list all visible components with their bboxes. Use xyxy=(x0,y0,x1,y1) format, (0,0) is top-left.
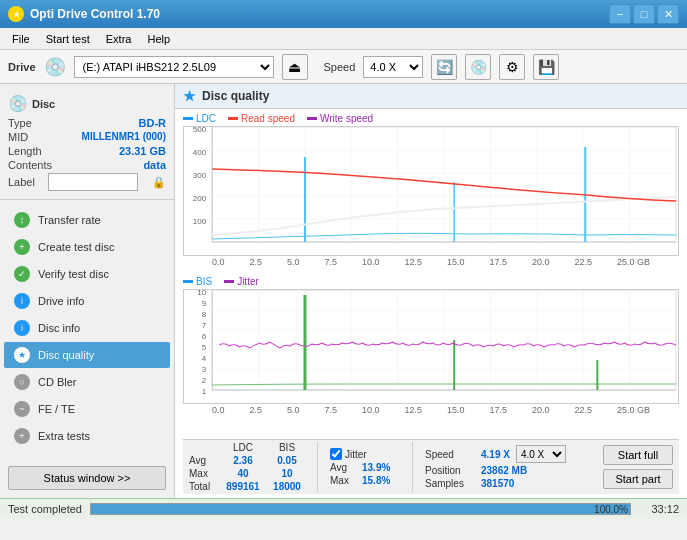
sidebar-item-fe-te[interactable]: ~ FE / TE xyxy=(4,396,170,422)
svg-text:200: 200 xyxy=(193,194,207,203)
menu-bar: File Start test Extra Help xyxy=(0,28,687,50)
stats-bar: LDC BIS Avg 2.36 0.05 Max 40 10 Total xyxy=(183,439,679,494)
svg-text:100: 100 xyxy=(193,217,207,226)
status-window-button[interactable]: Status window >> xyxy=(8,466,166,490)
speed-stat-value: 4.19 X xyxy=(481,449,510,460)
app-title: Opti Drive Control 1.70 xyxy=(30,7,160,21)
drive-select[interactable]: (E:) ATAPI iHBS212 2.5L09 xyxy=(74,56,274,78)
eject-icon-btn[interactable]: ⏏ xyxy=(282,54,308,80)
cd-bler-icon: ○ xyxy=(14,374,30,390)
disc-info-panel: 💿 Disc Type BD-R MID MILLENMR1 (000) Len… xyxy=(0,88,174,200)
avg-ldc-value: 2.36 xyxy=(221,455,265,466)
read-speed-legend-label: Read speed xyxy=(241,113,295,124)
menu-extra[interactable]: Extra xyxy=(98,31,140,47)
total-ldc-value: 899161 xyxy=(221,481,265,492)
jitter-checkbox[interactable] xyxy=(330,448,342,460)
sidebar-item-verify-test-disc[interactable]: ✓ Verify test disc xyxy=(4,261,170,287)
sidebar: 💿 Disc Type BD-R MID MILLENMR1 (000) Len… xyxy=(0,84,175,498)
length-label: Length xyxy=(8,145,42,157)
time-label: 33:12 xyxy=(639,503,679,515)
content-header-title: Disc quality xyxy=(202,89,269,103)
start-part-button[interactable]: Start part xyxy=(603,469,673,489)
contents-value: data xyxy=(143,159,166,171)
maximize-button[interactable]: □ xyxy=(633,4,655,24)
position-value: 23862 MB xyxy=(481,465,527,476)
status-text: Test completed xyxy=(8,503,82,515)
disc-section-icon: 💿 xyxy=(8,94,28,113)
sidebar-item-cd-bler[interactable]: ○ CD Bler xyxy=(4,369,170,395)
length-value: 23.31 GB xyxy=(119,145,166,157)
disc-info-icon: i xyxy=(14,320,30,336)
samples-label: Samples xyxy=(425,478,477,489)
sidebar-nav: ↕ Transfer rate + Create test disc ✓ Ver… xyxy=(0,204,174,462)
extra-tests-icon: + xyxy=(14,428,30,444)
svg-text:500: 500 xyxy=(193,127,207,134)
position-label: Position xyxy=(425,465,477,476)
minimize-button[interactable]: − xyxy=(609,4,631,24)
label-input[interactable] xyxy=(48,173,138,191)
speed-select-drive[interactable]: 1.0 X 2.0 X 4.0 X 8.0 X xyxy=(363,56,423,78)
jitter-max-label: Max xyxy=(330,475,358,486)
svg-text:2: 2 xyxy=(202,376,207,385)
mid-value: MILLENMR1 (000) xyxy=(82,131,166,143)
jitter-avg-value: 13.9% xyxy=(362,462,390,473)
menu-help[interactable]: Help xyxy=(139,31,178,47)
type-value: BD-R xyxy=(139,117,167,129)
sidebar-item-transfer-rate[interactable]: ↕ Transfer rate xyxy=(4,207,170,233)
sidebar-item-create-test-disc[interactable]: + Create test disc xyxy=(4,234,170,260)
menu-file[interactable]: File xyxy=(4,31,38,47)
jitter-stat-label: Jitter xyxy=(345,449,367,460)
content-header: ★ Disc quality xyxy=(175,84,687,109)
sidebar-item-drive-info[interactable]: i Drive info xyxy=(4,288,170,314)
settings-icon-btn[interactable]: ⚙ xyxy=(499,54,525,80)
svg-text:5: 5 xyxy=(202,343,207,352)
save-icon-btn[interactable]: 💾 xyxy=(533,54,559,80)
speed-stat-label: Speed xyxy=(425,449,477,460)
total-label: Total xyxy=(189,481,217,492)
read-speed-legend-dot xyxy=(228,117,238,120)
progress-container: 100.0% xyxy=(90,503,631,515)
sidebar-item-disc-info[interactable]: i Disc info xyxy=(4,315,170,341)
transfer-rate-icon: ↕ xyxy=(14,212,30,228)
menu-start-test[interactable]: Start test xyxy=(38,31,98,47)
svg-text:300: 300 xyxy=(193,171,207,180)
title-bar: ★ Opti Drive Control 1.70 − □ ✕ xyxy=(0,0,687,28)
ldc-legend-label: LDC xyxy=(196,113,216,124)
jitter-avg-label: Avg xyxy=(330,462,358,473)
svg-text:3: 3 xyxy=(202,365,207,374)
samples-value: 381570 xyxy=(481,478,514,489)
label-label: Label xyxy=(8,176,35,188)
ldc-legend-dot xyxy=(183,117,193,120)
drive-label: Drive xyxy=(8,61,36,73)
label-icon[interactable]: 🔒 xyxy=(152,176,166,189)
svg-text:9: 9 xyxy=(202,299,207,308)
svg-text:10: 10 xyxy=(197,290,206,297)
svg-text:7: 7 xyxy=(202,321,207,330)
jitter-legend-dot xyxy=(224,280,234,283)
bis-col-header: BIS xyxy=(269,442,305,453)
chart1-svg: 500 400 300 200 100 18 X 16 X 14 X 12 X … xyxy=(184,127,678,257)
sidebar-item-extra-tests[interactable]: + Extra tests xyxy=(4,423,170,449)
max-ldc-value: 40 xyxy=(221,468,265,479)
jitter-legend-label: Jitter xyxy=(237,276,259,287)
speed-select-stats[interactable]: 1.0 X2.0 X4.0 X8.0 X xyxy=(516,445,566,463)
close-button[interactable]: ✕ xyxy=(657,4,679,24)
status-bar: Test completed 100.0% 33:12 xyxy=(0,498,687,518)
content-area: ★ Disc quality LDC Read speed xyxy=(175,84,687,498)
drive-info-icon: i xyxy=(14,293,30,309)
refresh-icon-btn[interactable]: 🔄 xyxy=(431,54,457,80)
app-icon: ★ xyxy=(8,6,24,22)
start-full-button[interactable]: Start full xyxy=(603,445,673,465)
sidebar-item-disc-quality[interactable]: ★ Disc quality xyxy=(4,342,170,368)
disc-icon-btn[interactable]: 💿 xyxy=(465,54,491,80)
disc-section-title: Disc xyxy=(32,98,55,110)
speed-label: Speed xyxy=(324,61,356,73)
avg-bis-value: 0.05 xyxy=(269,455,305,466)
svg-text:6: 6 xyxy=(202,332,207,341)
bis-legend-label: BIS xyxy=(196,276,212,287)
verify-test-disc-icon: ✓ xyxy=(14,266,30,282)
chart2-svg: 10 9 8 7 6 5 4 3 2 1 20% 16% 12% xyxy=(184,290,678,405)
svg-text:400: 400 xyxy=(193,148,207,157)
drive-bar: Drive 💿 (E:) ATAPI iHBS212 2.5L09 ⏏ Spee… xyxy=(0,50,687,84)
type-label: Type xyxy=(8,117,32,129)
